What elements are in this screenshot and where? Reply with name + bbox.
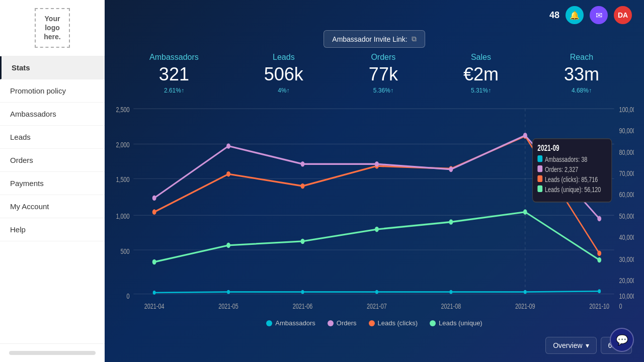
- logo-line3: here.: [44, 33, 60, 41]
- bell-icon: 🔔: [570, 11, 580, 20]
- bottom-controls: Overview ▾ 6M ▾: [105, 333, 644, 362]
- legend-label: Leads (unique): [439, 319, 482, 327]
- svg-text:2,500: 2,500: [116, 105, 129, 114]
- legend-label: Orders: [337, 319, 357, 327]
- svg-text:70,000: 70,000: [619, 169, 634, 177]
- svg-text:2021-08: 2021-08: [441, 302, 461, 310]
- logo-line1: Your: [45, 15, 60, 23]
- svg-point-47: [375, 227, 379, 232]
- sidebar-item-orders[interactable]: Orders: [0, 149, 105, 172]
- stat-change: 5.36%↑: [369, 87, 398, 94]
- legend-label: Ambassadors: [275, 319, 315, 327]
- svg-point-52: [227, 290, 230, 294]
- svg-point-48: [449, 219, 453, 225]
- svg-text:40,000: 40,000: [619, 233, 634, 242]
- chat-button[interactable]: 💬: [610, 328, 634, 352]
- sidebar-item-help[interactable]: Help: [0, 218, 105, 241]
- sidebar-nav: StatsPromotion policyAmbassadorsLeadsOrd…: [0, 56, 105, 343]
- legend-label: Leads (clicks): [378, 319, 418, 327]
- legend-dot: [430, 320, 436, 326]
- svg-text:50,000: 50,000: [619, 212, 634, 220]
- svg-text:2,000: 2,000: [116, 140, 129, 149]
- stat-value: €2m: [463, 64, 499, 85]
- main-content: 48 🔔 ✉ DA Ambassador Invite Link: ⧉ Amba…: [105, 0, 644, 362]
- header: 48 🔔 ✉ DA: [105, 0, 644, 30]
- stat-reach: Reach 33m 4.68%↑: [564, 53, 599, 94]
- svg-point-54: [375, 290, 378, 294]
- mail-button[interactable]: ✉: [590, 6, 608, 24]
- overview-button[interactable]: Overview ▾: [545, 337, 596, 354]
- sidebar-item-promotion-policy[interactable]: Promotion policy: [0, 79, 105, 103]
- overview-chevron-icon: ▾: [586, 341, 589, 349]
- legend-dot: [369, 320, 375, 326]
- mail-icon: ✉: [596, 11, 602, 20]
- chart-legend: Ambassadors Orders Leads (clicks) Leads …: [105, 315, 644, 333]
- svg-point-40: [375, 161, 379, 167]
- svg-text:90,000: 90,000: [619, 127, 634, 135]
- svg-text:2021-09: 2021-09: [537, 143, 559, 152]
- sidebar: Your logo here. StatsPromotion policyAmb…: [0, 0, 105, 362]
- invite-link-button[interactable]: Ambassador Invite Link: ⧉: [324, 30, 425, 48]
- svg-text:2021-05: 2021-05: [218, 302, 238, 310]
- svg-text:60,000: 60,000: [619, 191, 634, 199]
- svg-text:2021-07: 2021-07: [367, 302, 387, 310]
- svg-text:30,000: 30,000: [619, 255, 634, 263]
- stat-change: 4.68%↑: [564, 87, 599, 94]
- stat-change: 2.61%↑: [149, 87, 199, 94]
- invite-label: Ambassador Invite Link:: [332, 35, 407, 43]
- svg-text:100,000: 100,000: [619, 105, 634, 114]
- bell-button[interactable]: 🔔: [566, 6, 584, 24]
- svg-point-50: [597, 257, 601, 263]
- svg-point-32: [301, 184, 305, 189]
- chat-icon: 💬: [616, 334, 628, 346]
- svg-point-39: [301, 161, 305, 167]
- copy-icon: ⧉: [412, 35, 417, 43]
- stat-orders: Orders 77k 5.36%↑: [369, 53, 398, 94]
- logo-line2: logo: [45, 24, 60, 32]
- svg-point-57: [598, 289, 601, 293]
- svg-point-45: [226, 243, 230, 248]
- avatar-initials: DA: [618, 11, 628, 19]
- svg-point-31: [226, 171, 230, 177]
- svg-rect-61: [537, 155, 542, 162]
- stat-label: Orders: [369, 53, 398, 62]
- svg-text:80,000: 80,000: [619, 148, 634, 156]
- svg-point-30: [152, 209, 156, 215]
- chart-container: 2,500 2,000 1,500 1,000 500 0 100,000 90…: [105, 102, 644, 315]
- svg-point-53: [301, 290, 304, 294]
- svg-point-41: [449, 167, 453, 172]
- logo-box: Your logo here.: [35, 8, 69, 48]
- svg-rect-63: [537, 165, 542, 172]
- legend-dot: [328, 320, 334, 326]
- svg-point-36: [597, 250, 601, 256]
- stat-leads: Leads 506k 4%↑: [264, 53, 303, 94]
- svg-rect-67: [537, 186, 542, 192]
- svg-text:Ambassadors: 38: Ambassadors: 38: [545, 155, 587, 164]
- svg-text:1,000: 1,000: [116, 212, 129, 220]
- stat-value: 506k: [264, 64, 303, 85]
- avatar[interactable]: DA: [614, 6, 632, 24]
- sidebar-item-stats[interactable]: Stats: [0, 56, 105, 79]
- svg-point-51: [153, 291, 156, 295]
- stat-change: 5.31%↑: [463, 87, 499, 94]
- svg-point-46: [301, 239, 305, 244]
- notification-count: 48: [549, 10, 559, 21]
- sidebar-item-payments[interactable]: Payments: [0, 172, 105, 195]
- svg-point-55: [449, 290, 452, 294]
- invite-section: Ambassador Invite Link: ⧉: [105, 30, 644, 48]
- scrollbar[interactable]: [9, 351, 96, 355]
- legend-item-ambassadors: Ambassadors: [266, 319, 315, 327]
- sidebar-footer: [0, 343, 105, 362]
- svg-text:0: 0: [126, 292, 129, 300]
- legend-item-leads--unique-: Leads (unique): [430, 319, 482, 327]
- svg-text:500: 500: [120, 247, 129, 255]
- stat-label: Ambassadors: [149, 53, 199, 62]
- sidebar-item-leads[interactable]: Leads: [0, 126, 105, 149]
- sidebar-item-ambassadors[interactable]: Ambassadors: [0, 103, 105, 126]
- sidebar-item-my-account[interactable]: My Account: [0, 195, 105, 218]
- legend-dot: [266, 320, 272, 326]
- stat-ambassadors: Ambassadors 321 2.61%↑: [149, 53, 199, 94]
- svg-text:20,000: 20,000: [619, 277, 634, 285]
- stat-sales: Sales €2m 5.31%↑: [463, 53, 499, 94]
- stat-change: 4%↑: [264, 87, 303, 94]
